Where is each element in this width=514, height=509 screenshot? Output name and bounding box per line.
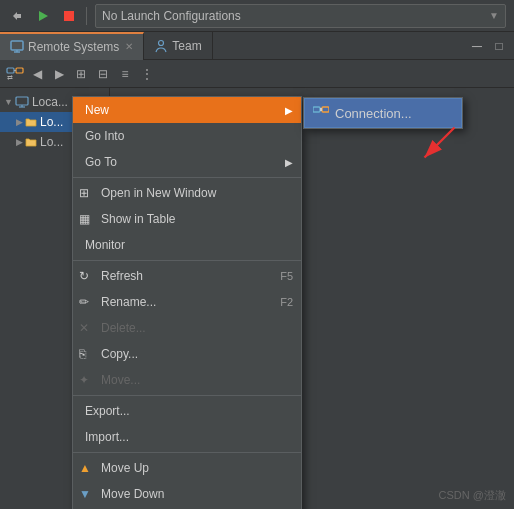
child1-arrow: ▶ (16, 117, 23, 127)
copy-label: Copy... (101, 347, 138, 361)
refresh-label: Refresh (101, 269, 143, 283)
launch-config-label: No Launch Configurations (102, 9, 241, 23)
sec-more-btn[interactable]: ⋮ (136, 63, 158, 85)
toolbar-separator (86, 7, 87, 25)
submenu-item-connection[interactable]: Connection... (304, 98, 462, 128)
svg-rect-6 (7, 68, 14, 73)
rename-label: Rename... (101, 295, 156, 309)
menu-item-import[interactable]: Import... (73, 424, 301, 450)
sec-menu-btn[interactable]: ≡ (114, 63, 136, 85)
menu-item-rename[interactable]: ✏ Rename... F2 (73, 289, 301, 315)
team-icon (154, 39, 168, 53)
toolbar-play-btn[interactable] (31, 4, 55, 28)
rename-icon: ✏ (79, 295, 89, 309)
svg-point-5 (159, 40, 164, 45)
show-in-table-label: Show in Table (101, 212, 176, 226)
go-into-label: Go Into (85, 129, 124, 143)
tab-team-label: Team (172, 39, 201, 53)
move-down-label: Move Down (101, 487, 164, 501)
play-icon (35, 8, 51, 24)
svg-rect-2 (11, 41, 23, 50)
menu-item-copy[interactable]: ⎘ Copy... (73, 341, 301, 367)
connection-icon (313, 105, 329, 122)
toolbar-back-btn[interactable] (5, 4, 29, 28)
launch-config-dropdown[interactable]: No Launch Configurations ▼ (95, 4, 506, 28)
separator-2 (73, 260, 301, 261)
open-new-window-icon: ⊞ (79, 186, 89, 200)
separator-4 (73, 452, 301, 453)
monitor-label: Monitor (85, 238, 125, 252)
move-up-icon: ▲ (79, 461, 91, 475)
tree-child2-label: Lo... (40, 135, 63, 149)
toolbar-stop-btn[interactable] (57, 4, 81, 28)
tab-remote-systems[interactable]: Remote Systems ✕ (0, 32, 144, 60)
minimize-btn[interactable]: ─ (466, 35, 488, 57)
sec-forward-btn[interactable]: ▶ (48, 63, 70, 85)
import-label: Import... (85, 430, 129, 444)
menu-item-move: ✦ Move... (73, 367, 301, 393)
connection-svg-icon (313, 105, 329, 119)
svg-text:⇄: ⇄ (7, 74, 13, 81)
refresh-icon: ↻ (79, 269, 89, 283)
delete-label: Delete... (101, 321, 146, 335)
svg-rect-1 (64, 11, 74, 21)
sec-collapse-btn[interactable]: ⊟ (92, 63, 114, 85)
svg-rect-7 (16, 68, 23, 73)
menu-item-refresh[interactable]: ↻ Refresh F5 (73, 263, 301, 289)
sec-window-btn[interactable]: ⊞ (70, 63, 92, 85)
move-up-label: Move Up (101, 461, 149, 475)
menu-item-move-down[interactable]: ▼ Move Down (73, 481, 301, 507)
menu-item-delete: ✕ Delete... (73, 315, 301, 341)
tabs-bar: Remote Systems ✕ Team ─ □ (0, 32, 514, 60)
expand-arrow: ▼ (4, 97, 13, 107)
show-in-table-icon: ▦ (79, 212, 90, 226)
new-label: New (85, 103, 109, 117)
main-area: ▼ Loca... ▶ Lo... ▶ Lo... CSDN @澄澈 (0, 88, 514, 509)
folder-icon2 (25, 136, 37, 148)
go-to-arrow: ▶ (285, 157, 293, 168)
svg-rect-13 (313, 107, 320, 112)
tree-local-label: Loca... (32, 95, 68, 109)
go-to-label: Go To (85, 155, 117, 169)
copy-icon: ⎘ (79, 347, 86, 361)
sec-connect-btn[interactable]: ⇄ (4, 63, 26, 85)
tab-remote-systems-label: Remote Systems (28, 40, 119, 54)
menu-item-move-up[interactable]: ▲ Move Up (73, 455, 301, 481)
menu-item-open-new-window[interactable]: ⊞ Open in New Window (73, 180, 301, 206)
menu-item-export[interactable]: Export... (73, 398, 301, 424)
top-toolbar: No Launch Configurations ▼ (0, 0, 514, 32)
sec-back-btn[interactable]: ◀ (26, 63, 48, 85)
computer-icon (15, 96, 29, 108)
svg-rect-14 (322, 107, 329, 112)
move-icon: ✦ (79, 373, 89, 387)
move-label: Move... (101, 373, 140, 387)
watermark: CSDN @澄澈 (439, 488, 506, 503)
svg-marker-0 (39, 11, 48, 21)
svg-rect-10 (16, 97, 28, 105)
secondary-toolbar: ⇄ ◀ ▶ ⊞ ⊟ ≡ ⋮ (0, 60, 514, 88)
rename-shortcut: F2 (280, 296, 293, 308)
back-icon (9, 8, 25, 24)
remote-systems-icon (10, 40, 24, 54)
tree-child1-label: Lo... (40, 115, 63, 129)
menu-item-new[interactable]: New ▶ Connection... (73, 97, 301, 123)
submenu-new: Connection... (303, 97, 463, 129)
connect-icon: ⇄ (6, 66, 24, 82)
child2-arrow: ▶ (16, 137, 23, 147)
stop-icon (61, 8, 77, 24)
new-submenu-arrow: ▶ (285, 105, 293, 116)
folder-icon (25, 116, 37, 128)
tab-team[interactable]: Team (144, 32, 212, 60)
menu-item-go-into[interactable]: Go Into (73, 123, 301, 149)
tab-remote-systems-close[interactable]: ✕ (125, 41, 133, 52)
maximize-btn[interactable]: □ (488, 35, 510, 57)
export-label: Export... (85, 404, 130, 418)
menu-item-go-to[interactable]: Go To ▶ (73, 149, 301, 175)
separator-1 (73, 177, 301, 178)
move-down-icon: ▼ (79, 487, 91, 501)
separator-3 (73, 395, 301, 396)
menu-item-monitor[interactable]: Monitor (73, 232, 301, 258)
menu-item-show-in-table[interactable]: ▦ Show in Table (73, 206, 301, 232)
open-new-window-label: Open in New Window (101, 186, 216, 200)
context-menu: New ▶ Connection... (72, 96, 302, 509)
